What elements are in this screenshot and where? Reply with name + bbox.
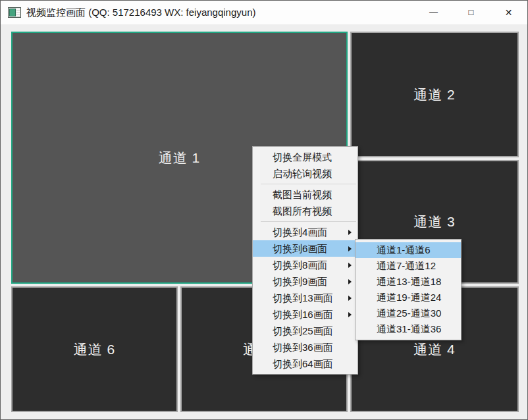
app-icon-lines xyxy=(16,9,20,16)
channel-6-label: 通道 6 xyxy=(74,340,116,359)
menu-item-snapshot-current[interactable]: 截图当前视频 xyxy=(253,186,357,203)
channel-2-panel[interactable]: 通道 2 xyxy=(350,32,519,157)
title-bar[interactable]: 视频监控画面 (QQ: 517216493 WX: feiyangqingyun… xyxy=(1,1,527,24)
channel-4-label: 通道 4 xyxy=(413,340,456,359)
minimize-icon: — xyxy=(429,7,438,17)
submenu-item-ch1-ch6[interactable]: 通道1-通道6 xyxy=(356,242,461,258)
menu-separator xyxy=(261,221,356,222)
menu-item-switch-13-screens[interactable]: 切换到13画面 xyxy=(253,290,357,306)
channels-submenu: 通道1-通道6 通道7-通道12 通道13-通道18 通道19-通道24 通道2… xyxy=(355,239,462,340)
submenu-arrow-icon xyxy=(348,230,352,235)
channel-1-label: 通道 1 xyxy=(159,149,201,167)
minimize-button[interactable]: — xyxy=(415,1,452,24)
close-icon: ✕ xyxy=(505,7,513,18)
channel-3-label: 通道 3 xyxy=(413,213,456,231)
menu-item-toggle-fullscreen[interactable]: 切换全屏模式 xyxy=(253,149,357,165)
submenu-arrow-icon xyxy=(348,296,352,301)
menu-item-switch-9-screens[interactable]: 切换到9画面 xyxy=(253,273,357,290)
submenu-item-ch25-ch30[interactable]: 通道25-通道30 xyxy=(356,305,461,321)
menu-item-switch-64-screens[interactable]: 切换到64画面 xyxy=(253,355,357,372)
menu-item-switch-8-screens[interactable]: 切换到8画面 xyxy=(253,257,357,273)
close-button[interactable]: ✕ xyxy=(490,1,527,24)
submenu-arrow-icon xyxy=(348,246,352,251)
menu-separator xyxy=(261,184,356,184)
menu-item-switch-16-screens[interactable]: 切换到16画面 xyxy=(253,306,357,323)
submenu-item-ch31-ch36[interactable]: 通道31-通道36 xyxy=(356,321,461,337)
caption-buttons: — □ ✕ xyxy=(415,1,527,24)
submenu-arrow-icon xyxy=(348,279,352,284)
menu-item-switch-36-screens[interactable]: 切换到36画面 xyxy=(253,339,357,355)
menu-item-snapshot-all[interactable]: 截图所有视频 xyxy=(253,203,357,219)
window-title: 视频监控画面 (QQ: 517216493 WX: feiyangqingyun… xyxy=(26,7,256,19)
menu-item-switch-4-screens[interactable]: 切换到4画面 xyxy=(253,224,357,240)
app-icon-screen xyxy=(9,9,16,16)
submenu-item-ch19-ch24[interactable]: 通道19-通道24 xyxy=(356,290,461,305)
submenu-arrow-icon xyxy=(348,263,352,268)
app-icon xyxy=(8,7,21,18)
submenu-item-ch13-ch18[interactable]: 通道13-通道18 xyxy=(356,274,461,290)
app-window: 视频监控画面 (QQ: 517216493 WX: feiyangqingyun… xyxy=(0,0,528,420)
channel-2-label: 通道 2 xyxy=(413,86,456,104)
context-menu: 切换全屏模式 启动轮询视频 截图当前视频 截图所有视频 切换到4画面 切换到6画… xyxy=(252,146,358,375)
menu-item-switch-25-screens[interactable]: 切换到25画面 xyxy=(253,323,357,339)
maximize-button[interactable]: □ xyxy=(452,1,490,24)
menu-item-switch-6-screens[interactable]: 切换到6画面 xyxy=(253,240,357,257)
channel-6-panel[interactable]: 通道 6 xyxy=(11,286,178,412)
submenu-item-ch7-ch12[interactable]: 通道7-通道12 xyxy=(356,258,461,274)
submenu-arrow-icon xyxy=(348,312,352,317)
menu-item-start-poll-video[interactable]: 启动轮询视频 xyxy=(253,165,357,182)
maximize-icon: □ xyxy=(469,7,474,17)
